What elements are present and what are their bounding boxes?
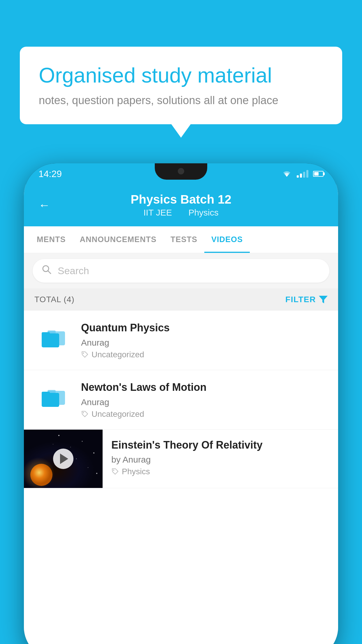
svg-point-16: [58, 435, 59, 436]
bubble-subtitle: notes, question papers, solutions all at…: [39, 94, 323, 107]
back-button[interactable]: ←: [38, 199, 50, 212]
video-list: Quantum Physics Anurag Uncategorized: [24, 311, 338, 644]
einstein-thumbnail: [24, 430, 103, 488]
tag-text-1: Uncategorized: [92, 350, 144, 359]
folder-thumbnail-2: [34, 381, 72, 411]
status-icons: [282, 170, 324, 178]
notch: [155, 163, 207, 180]
einstein-tag: Physics: [111, 467, 329, 476]
folder-thumbnail-1: [34, 321, 72, 352]
tab-ments[interactable]: MENTS: [30, 226, 73, 253]
svg-point-25: [113, 470, 114, 471]
svg-point-7: [83, 353, 84, 354]
einstein-author: by Anurag: [111, 455, 329, 465]
tag-icon: [111, 468, 119, 475]
tab-videos[interactable]: VIDEOS: [204, 226, 250, 253]
subtitle-part2: Physics: [188, 208, 218, 217]
app-header: ← Physics Batch 12 IIT JEE Physics: [24, 184, 338, 226]
list-item[interactable]: Newton's Laws of Motion Anurag Uncategor…: [24, 370, 338, 430]
filter-row: TOTAL (4) FILTER: [24, 288, 338, 311]
wifi-icon: [282, 170, 292, 178]
video-info-1: Quantum Physics Anurag Uncategorized: [81, 321, 328, 359]
video-tag-1: Uncategorized: [81, 350, 328, 359]
search-placeholder: Search: [58, 265, 89, 276]
svg-point-12: [83, 412, 84, 413]
einstein-info: Einstein's Theory Of Relativity by Anura…: [103, 430, 338, 485]
svg-rect-11: [42, 392, 50, 395]
svg-rect-6: [42, 332, 50, 336]
phone-frame: 14:29: [24, 163, 338, 644]
tab-tests[interactable]: TESTS: [164, 226, 204, 253]
video-author-2: Anurag: [81, 397, 328, 407]
bubble-title: Organised study material: [39, 63, 323, 88]
phone-screen: ← Physics Batch 12 IIT JEE Physics MENTS…: [24, 184, 338, 644]
svg-point-21: [88, 467, 88, 468]
folder-icon: [39, 384, 68, 408]
tab-announcements[interactable]: ANNOUNCEMENTS: [73, 226, 164, 253]
speech-bubble-area: Organised study material notes, question…: [20, 47, 342, 124]
batch-title: Physics Batch 12: [59, 192, 303, 206]
play-triangle: [60, 454, 68, 464]
svg-point-24: [53, 444, 53, 444]
batch-subtitle: IIT JEE Physics: [59, 208, 303, 218]
search-box[interactable]: Search: [33, 259, 329, 283]
speech-bubble: Organised study material notes, question…: [20, 47, 342, 124]
filter-icon: [319, 296, 328, 303]
subtitle-part1: IIT JEE: [143, 208, 172, 217]
video-author-1: Anurag: [81, 338, 328, 348]
status-bar: 14:29: [24, 163, 338, 184]
svg-point-20: [76, 458, 77, 459]
svg-point-15: [30, 464, 52, 486]
svg-marker-2: [319, 296, 328, 303]
app-content: ← Physics Batch 12 IIT JEE Physics MENTS…: [24, 184, 338, 644]
total-count: TOTAL (4): [34, 295, 75, 304]
video-title-1: Quantum Physics: [81, 321, 328, 335]
video-tag-2: Uncategorized: [81, 410, 328, 419]
signal-icon: [297, 170, 308, 178]
camera-dot: [178, 168, 184, 174]
tag-icon: [81, 351, 89, 358]
folder-icon: [39, 324, 68, 349]
tag-icon: [81, 410, 89, 418]
search-icon: [41, 264, 52, 277]
play-button[interactable]: [53, 449, 73, 469]
svg-point-23: [96, 473, 97, 474]
svg-line-1: [48, 271, 51, 274]
tag-text-2: Uncategorized: [92, 410, 144, 419]
svg-point-19: [93, 452, 94, 454]
filter-label: FILTER: [285, 295, 316, 304]
list-item[interactable]: Quantum Physics Anurag Uncategorized: [24, 311, 338, 370]
filter-button[interactable]: FILTER: [285, 295, 328, 304]
header-title-area: Physics Batch 12 IIT JEE Physics: [59, 192, 303, 218]
tabs-bar: MENTS ANNOUNCEMENTS TESTS VIDEOS: [24, 226, 338, 253]
battery-icon: [313, 171, 324, 177]
video-title-2: Newton's Laws of Motion: [81, 381, 328, 394]
svg-point-17: [82, 441, 83, 442]
video-info-2: Newton's Laws of Motion Anurag Uncategor…: [81, 381, 328, 419]
einstein-title: Einstein's Theory Of Relativity: [111, 438, 329, 452]
svg-point-18: [70, 447, 71, 447]
list-item[interactable]: Einstein's Theory Of Relativity by Anura…: [24, 430, 338, 488]
search-area: Search: [24, 253, 338, 288]
einstein-tag-text: Physics: [122, 467, 150, 476]
status-time: 14:29: [38, 169, 62, 179]
